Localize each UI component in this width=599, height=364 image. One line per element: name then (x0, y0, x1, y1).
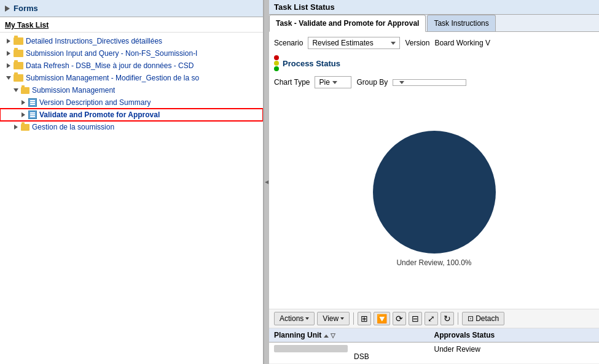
expand-icon-3 (5, 62, 12, 69)
bottom-toolbar: Actions View ⊞ 🔽 ⟳ ⊟ ⤢ ↻ ⊡ Detach (269, 309, 599, 328)
forms-header[interactable]: Forms (0, 0, 263, 17)
tree-item-gestion[interactable]: Gestion de la soumission (0, 121, 263, 133)
process-status-title: Process Status (283, 59, 340, 68)
tree-item-label-1: Detailed Instructions_Directives détaill… (26, 37, 162, 45)
expand-icon-5 (12, 87, 20, 94)
content-area: Scenario Revised Estimates Version Board… (269, 32, 599, 309)
forms-title: Forms (14, 4, 38, 13)
scenario-label: Scenario (274, 39, 303, 47)
tree-item-label-3: Data Refresh - DSB_Mise à jour de donnée… (26, 61, 194, 70)
cell-approvals-status: Under Review (434, 345, 595, 361)
tree-item-submission-management-sub[interactable]: Submission Management (0, 84, 263, 96)
traffic-light-green (274, 66, 279, 71)
actions-dropdown-arrow (305, 317, 309, 320)
tree-item-label-5: Submission Management (32, 86, 115, 95)
table-row: DSB Under Review (269, 343, 599, 364)
sort-icon-planning (324, 335, 329, 338)
tree-item-version-description[interactable]: Version Description and Summary (0, 96, 263, 109)
cell-planning-unit: DSB (274, 345, 434, 361)
process-status-section: Process Status Chart Type Pie Group By (274, 55, 594, 304)
expand-icon-4 (5, 74, 12, 82)
folder-icon-1 (14, 37, 23, 45)
traffic-light-yellow (274, 61, 279, 66)
expand-icon-8 (12, 123, 20, 131)
chart-type-select[interactable]: Pie (315, 76, 351, 88)
actions-button[interactable]: Actions (274, 312, 315, 325)
view-button[interactable]: View (317, 312, 350, 325)
form-icon-6 (28, 98, 37, 107)
process-status-header: Process Status (274, 55, 594, 71)
tree-item-validate-promote[interactable]: Validate and Promote for Approval (0, 109, 263, 121)
scenario-select[interactable]: Revised Estimates (308, 37, 400, 49)
expand-icon-2 (5, 50, 12, 57)
tree-item-label-4: Submission Management - Modifier_Gestion… (26, 74, 199, 82)
expand-icon-1 (5, 37, 12, 45)
tree-item-submission-management[interactable]: Submission Management - Modifier_Gestion… (0, 72, 263, 84)
right-panel-header: Task List Status (269, 0, 599, 15)
toolbar-icon-sync[interactable]: ↻ (440, 312, 454, 325)
tree-item-label-2: Submission Input and Query - Non-FS_Soum… (26, 49, 197, 58)
tab-bar: Task - Validate and Promote for Approval… (269, 15, 599, 32)
version-value: Board Working V (434, 39, 490, 47)
detach-label: Detach (476, 314, 499, 323)
tree-item-label-8: Gestion de la soumission (32, 123, 114, 131)
col-header-approvals: Approvals Status (434, 331, 595, 339)
pie-legend: Under Review, 100.0% (396, 258, 471, 267)
tree-item-detailed-instructions[interactable]: Detailed Instructions_Directives détaill… (0, 35, 263, 47)
col-header-planning: Planning Unit ▽ (274, 331, 434, 339)
view-label: View (323, 314, 339, 323)
toolbar-icon-refresh[interactable]: ⟳ (393, 312, 406, 325)
group-by-label: Group By (356, 78, 388, 87)
tree-item-submission-input[interactable]: Submission Input and Query - Non-FS_Soum… (0, 47, 263, 60)
traffic-light (274, 55, 279, 71)
blurred-planning-text (274, 345, 348, 352)
left-panel: Forms My Task List Detailed Instructions… (0, 0, 264, 364)
task-list-status-title: Task List Status (274, 2, 335, 12)
folder-icon-5 (21, 87, 29, 94)
table-header: Planning Unit ▽ Approvals Status (269, 328, 599, 343)
tree-item-label-7: Validate and Promote for Approval (39, 110, 160, 119)
cell-planning-dsb: DSB (354, 352, 369, 361)
detach-button[interactable]: ⊡ Detach (462, 312, 504, 325)
view-dropdown-arrow (340, 317, 344, 320)
expand-icon-6 (20, 99, 27, 106)
folder-icon-4 (14, 74, 23, 82)
chart-type-arrow (332, 81, 337, 84)
pie-chart (373, 131, 496, 254)
scenario-row: Scenario Revised Estimates Version Board… (274, 37, 594, 49)
actions-label: Actions (280, 314, 303, 323)
resize-handle[interactable] (264, 0, 269, 364)
folder-icon-8 (21, 124, 29, 131)
toolbar-icon-expand[interactable]: ⤢ (425, 312, 438, 325)
toolbar-separator-2 (458, 312, 458, 325)
group-by-arrow (399, 81, 404, 84)
task-list-label: My Task List (0, 17, 263, 33)
filter-icon-planning: ▽ (331, 332, 335, 339)
tree-item-label-6: Version Description and Summary (39, 98, 151, 107)
chart-controls: Chart Type Pie Group By (274, 76, 594, 88)
toolbar-icon-layout[interactable]: ⊟ (409, 312, 422, 325)
forms-expand-icon (5, 6, 10, 12)
scenario-dropdown-arrow (391, 42, 396, 45)
toolbar-icon-filter[interactable]: 🔽 (374, 312, 390, 325)
chart-type-label: Chart Type (274, 78, 310, 87)
toolbar-icon-grid[interactable]: ⊞ (358, 312, 371, 325)
tree-container: Detailed Instructions_Directives détaill… (0, 33, 263, 364)
chart-area: Under Review, 100.0% (274, 93, 594, 304)
right-panel: Task List Status Task - Validate and Pro… (269, 0, 599, 364)
group-by-select[interactable] (393, 79, 466, 86)
folder-icon-3 (14, 62, 23, 69)
tab-task-validate[interactable]: Task - Validate and Promote for Approval (269, 15, 426, 32)
folder-icon-2 (14, 50, 23, 57)
version-label: Version (405, 39, 429, 47)
toolbar-separator-1 (353, 312, 354, 325)
scenario-value: Revised Estimates (312, 39, 388, 47)
chart-type-value: Pie (319, 78, 329, 87)
expand-icon-7 (20, 111, 27, 118)
form-icon-7 (28, 110, 37, 119)
tree-item-data-refresh[interactable]: Data Refresh - DSB_Mise à jour de donnée… (0, 60, 263, 72)
tab-task-instructions[interactable]: Task Instructions (427, 15, 495, 31)
traffic-light-red (274, 55, 279, 60)
